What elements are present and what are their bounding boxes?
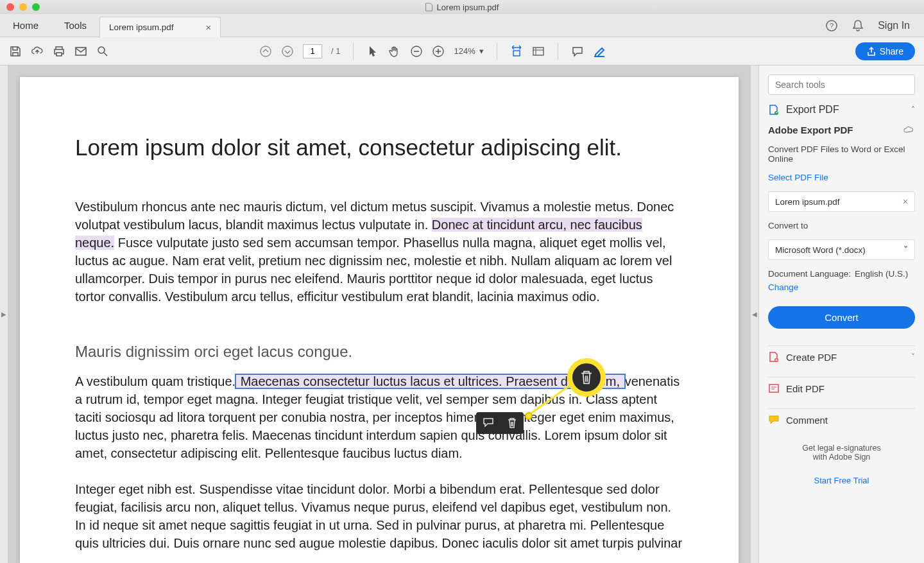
export-pdf-icon (768, 104, 780, 116)
comment-icon[interactable] (571, 45, 584, 58)
zoom-value: 124% (454, 46, 475, 56)
print-icon[interactable] (53, 45, 65, 58)
convert-format-select[interactable]: Microsoft Word (*.docx) ˅ (768, 239, 915, 260)
add-note-icon[interactable] (483, 417, 494, 429)
promo-line-2: with Adobe Sign (768, 453, 915, 462)
window-title: Lorem ipsum.pdf (425, 3, 499, 12)
zoom-select[interactable]: 124%▾ (454, 46, 483, 56)
trash-icon[interactable] (507, 417, 517, 429)
create-pdf-icon (768, 351, 780, 363)
minimize-window-button[interactable] (19, 3, 27, 11)
page-number-input[interactable] (303, 44, 322, 58)
save-icon[interactable] (9, 45, 22, 58)
select-tool-icon[interactable] (366, 45, 379, 58)
close-tab-icon[interactable]: × (206, 22, 212, 33)
export-pdf-label: Export PDF (786, 104, 839, 116)
paragraph-1: Vestibulum rhoncus ante nec mauris dictu… (75, 198, 683, 306)
create-pdf-label: Create PDF (786, 352, 837, 363)
paragraph-3: Integer eget nibh est. Suspendisse vitae… (75, 480, 683, 552)
svg-rect-8 (533, 48, 543, 55)
fit-width-icon[interactable] (510, 45, 523, 58)
right-panel-toggle[interactable]: ◀ (751, 65, 758, 563)
svg-rect-12 (769, 385, 778, 392)
chevron-down-icon: ˅ (903, 245, 908, 255)
main-area: ▶ Lorem ipsum dolor sit amet, consectetu… (0, 65, 924, 563)
chevron-down-icon: ˅ (911, 352, 915, 361)
start-free-trial-link[interactable]: Start Free Trial (768, 476, 915, 485)
document-cloud-icon[interactable] (903, 125, 915, 135)
menubar: Home Tools Lorem ipsum.pdf × ? Sign In (0, 14, 924, 37)
share-button-label: Share (880, 46, 903, 56)
highlight-selected[interactable]: Maecenas consectetur luctus lacus et ult… (235, 374, 625, 388)
pdf-file-icon (425, 3, 433, 12)
svg-text:?: ? (830, 22, 834, 30)
export-title: Adobe Export PDF (768, 125, 853, 135)
paragraph-1-text-b: Fusce vulputate justo sed sem accumsan t… (75, 236, 672, 304)
selected-file-box: Lorem ipsum.pdf × (768, 191, 915, 212)
window-controls (6, 3, 40, 11)
search-icon[interactable] (96, 45, 109, 58)
sign-in-link[interactable]: Sign In (878, 20, 910, 31)
create-pdf-row[interactable]: Create PDF ˅ (768, 345, 915, 368)
zoom-out-icon[interactable] (410, 45, 423, 58)
share-icon (867, 47, 876, 56)
titlebar: Lorem ipsum.pdf (0, 0, 924, 14)
comment-tool-icon (768, 414, 780, 426)
zoom-in-icon[interactable] (432, 45, 445, 58)
document-tab[interactable]: Lorem ipsum.pdf × (99, 17, 221, 37)
svg-point-4 (261, 46, 271, 56)
document-subheading: Mauris dignissim orci eget lacus congue. (75, 343, 683, 361)
window-title-text: Lorem ipsum.pdf (437, 3, 499, 12)
select-pdf-file-link[interactable]: Select PDF File (768, 173, 915, 182)
selected-file-name: Lorem ipsum.pdf (775, 197, 840, 207)
toolbar: / 1 124%▾ Share (0, 37, 924, 65)
hand-tool-icon[interactable] (388, 45, 401, 58)
document-language-value: English (U.S.) (855, 269, 908, 279)
highlight-icon[interactable] (593, 45, 606, 58)
page-down-icon[interactable] (281, 45, 294, 58)
home-tab[interactable]: Home (0, 14, 51, 37)
chevron-down-icon: ▾ (479, 46, 484, 56)
document-area[interactable]: Lorem ipsum dolor sit amet, consectetur … (8, 65, 751, 563)
search-tools-input[interactable] (768, 74, 915, 95)
left-panel-toggle[interactable]: ▶ (0, 65, 8, 563)
page-total-label: / 1 (331, 46, 340, 56)
svg-point-3 (98, 47, 105, 53)
cloud-upload-icon[interactable] (31, 45, 44, 58)
edit-pdf-icon (768, 383, 780, 394)
maximize-window-button[interactable] (32, 3, 40, 11)
svg-point-5 (282, 46, 293, 56)
convert-button[interactable]: Convert (768, 306, 915, 329)
convert-format-value: Microsoft Word (*.docx) (775, 245, 866, 255)
bell-icon[interactable] (852, 19, 864, 32)
chevron-right-icon: ▶ (1, 311, 6, 318)
promo-line-1: Get legal e-signatures (768, 444, 915, 453)
svg-point-10 (774, 111, 778, 115)
right-panel: Export PDF ˄ Adobe Export PDF Convert PD… (758, 65, 924, 563)
paragraph-2-text-a: A vestibulum quam tristique. (75, 374, 235, 388)
trash-icon (579, 370, 594, 385)
close-window-button[interactable] (6, 3, 14, 11)
annotation-toolbar (476, 412, 524, 434)
export-subtitle: Convert PDF Files to Word or Excel Onlin… (768, 144, 915, 164)
page-up-icon[interactable] (259, 45, 272, 58)
svg-rect-2 (76, 48, 86, 55)
change-language-link[interactable]: Change (768, 282, 798, 292)
promo-text: Get legal e-signatures with Adobe Sign S… (768, 444, 915, 485)
clear-file-icon[interactable]: × (903, 196, 908, 207)
chevron-left-icon: ◀ (752, 311, 757, 318)
share-button[interactable]: Share (855, 42, 915, 60)
tools-tab[interactable]: Tools (51, 14, 99, 37)
edit-pdf-label: Edit PDF (786, 383, 825, 394)
page-display-icon[interactable] (532, 45, 545, 58)
convert-to-label: Convert to (768, 221, 915, 230)
chevron-up-icon: ˄ (911, 105, 915, 114)
comment-row[interactable]: Comment (768, 408, 915, 431)
document-tab-label: Lorem ipsum.pdf (109, 22, 174, 32)
export-pdf-section-header[interactable]: Export PDF ˄ (768, 104, 915, 116)
document-language-label: Document Language: (768, 269, 851, 279)
edit-pdf-row[interactable]: Edit PDF (768, 377, 915, 399)
pdf-page: Lorem ipsum dolor sit amet, consectetur … (20, 77, 739, 563)
mail-icon[interactable] (74, 45, 87, 58)
help-icon[interactable]: ? (825, 19, 838, 32)
